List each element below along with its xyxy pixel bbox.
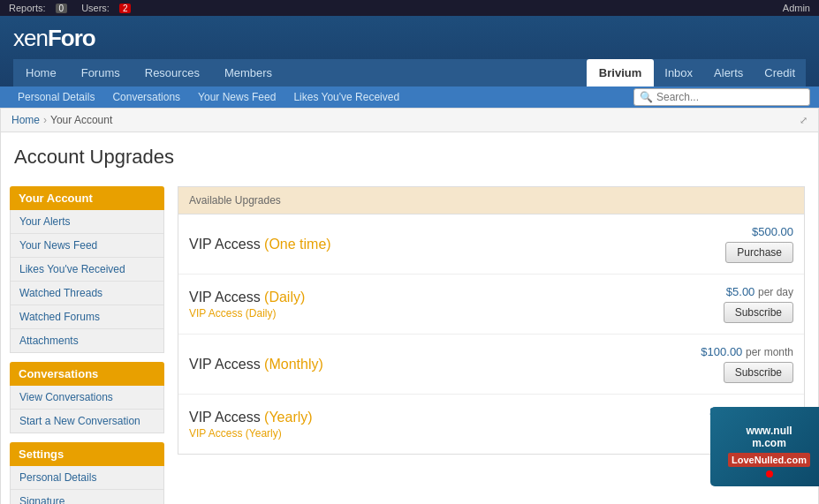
sub-nav-personal-details[interactable]: Personal Details <box>9 87 103 108</box>
upgrade-price-onetime: $500.00 <box>679 225 793 238</box>
search-input[interactable] <box>656 91 804 103</box>
upgrade-name-onetime: VIP Access (One time) <box>189 237 331 252</box>
watermark-corner: LoveNulled.com <box>728 453 810 467</box>
main-nav: Home Forums Resources Members Brivium In… <box>13 59 806 87</box>
subscribe-button-daily[interactable]: Subscribe <box>724 302 793 323</box>
sidebar-section-conversations: Conversations View Conversations Start a… <box>10 362 164 433</box>
sidebar-item-view-conversations[interactable]: View Conversations <box>11 386 163 410</box>
nav-brivium[interactable]: Brivium <box>587 59 654 87</box>
users-badge: 2 <box>119 4 132 13</box>
upgrade-left-yearly: VIP Access (Yearly) VIP Access (Yearly) <box>189 410 313 440</box>
sub-nav-left: Personal Details Conversations Your News… <box>9 87 408 108</box>
breadcrumb: Home › Your Account ⤢ <box>0 108 819 132</box>
watermark: www.null m.com LoveNulled.com <box>710 407 819 486</box>
page-wrapper: Account Upgrades Your Account Your Alert… <box>0 132 819 504</box>
watermark-dot <box>766 470 773 478</box>
upgrade-left-daily: VIP Access (Daily) VIP Access (Daily) <box>189 290 305 320</box>
watermark-text-1: www.null <box>728 425 810 437</box>
sidebar-item-personal-details[interactable]: Personal Details <box>11 466 163 490</box>
search-icon: 🔍 <box>640 91 653 103</box>
site-logo[interactable]: xenForo <box>13 25 95 59</box>
sidebar-item-alerts[interactable]: Your Alerts <box>11 210 163 234</box>
nav-resources[interactable]: Resources <box>133 59 212 87</box>
nav-alerts[interactable]: Alerts <box>703 59 754 87</box>
reports-badge: 0 <box>56 4 68 13</box>
site-header: xenForo Home Forums Resources Members Br… <box>0 16 819 87</box>
sidebar-item-signature[interactable]: Signature <box>11 490 163 504</box>
sidebar-nav-settings: Personal Details Signature <box>10 466 164 504</box>
reports-label: Reports: <box>9 3 46 13</box>
subscribe-button-monthly[interactable]: Subscribe <box>724 362 793 383</box>
watermark-text-2: m.com <box>728 437 810 449</box>
upgrade-row-onetime: VIP Access (One time) $500.00 Purchase <box>178 214 804 275</box>
sidebar-item-watched-forums[interactable]: Watched Forums <box>11 305 163 329</box>
upgrade-left-onetime: VIP Access (One time) <box>189 237 331 252</box>
users-label: Users: <box>81 3 110 13</box>
sub-nav: Personal Details Conversations Your News… <box>0 87 819 108</box>
upgrade-right-monthly: $100.00 per month Subscribe <box>679 345 793 383</box>
admin-bar: Reports: 0 Users: 2 Admin <box>0 0 819 16</box>
upgrade-price-monthly: $100.00 per month <box>679 345 793 358</box>
upgrade-name-yearly: VIP Access (Yearly) <box>189 410 313 425</box>
search-box[interactable]: 🔍 <box>633 88 810 106</box>
admin-bar-left: Reports: 0 Users: 2 <box>9 3 131 13</box>
sub-nav-news-feed[interactable]: Your News Feed <box>189 87 284 108</box>
upgrade-desc-daily: VIP Access (Daily) <box>189 307 305 320</box>
expand-icon[interactable]: ⤢ <box>800 115 808 126</box>
nav-members[interactable]: Members <box>212 59 284 87</box>
nav-forums[interactable]: Forums <box>69 59 133 87</box>
purchase-button-onetime[interactable]: Purchase <box>725 242 793 263</box>
sub-nav-likes[interactable]: Likes You've Received <box>284 87 408 108</box>
upgrade-right-daily: $5.00 per day Subscribe <box>679 285 793 323</box>
admin-label[interactable]: Admin <box>783 3 810 13</box>
upgrade-name-monthly: VIP Access (Monthly) <box>189 357 323 372</box>
upgrade-left-monthly: VIP Access (Monthly) <box>189 357 323 372</box>
breadcrumb-sep: › <box>43 114 47 126</box>
sidebar-section-conversations-header: Conversations <box>10 362 164 386</box>
nav-credit[interactable]: Credit <box>754 59 806 87</box>
sidebar-item-new-conversation[interactable]: Start a New Conversation <box>11 410 163 433</box>
page-title: Account Upgrades <box>14 146 805 169</box>
upgrade-row-monthly: VIP Access (Monthly) $100.00 per month S… <box>178 335 804 395</box>
sidebar-section-account: Your Account Your Alerts Your News Feed … <box>10 186 164 353</box>
sidebar-nav-account: Your Alerts Your News Feed Likes You've … <box>10 210 164 353</box>
sidebar-section-settings-header: Settings <box>10 442 164 466</box>
upgrade-right-onetime: $500.00 Purchase <box>679 225 793 263</box>
page-content: Your Account Your Alerts Your News Feed … <box>1 177 818 504</box>
main-nav-left: Home Forums Resources Members <box>13 59 284 87</box>
upgrade-desc-yearly: VIP Access (Yearly) <box>189 427 313 440</box>
sidebar-section-settings: Settings Personal Details Signature <box>10 442 164 504</box>
breadcrumb-current: Your Account <box>50 114 112 126</box>
sidebar-item-watched-threads[interactable]: Watched Threads <box>11 282 163 305</box>
sidebar-nav-conversations: View Conversations Start a New Conversat… <box>10 386 164 433</box>
sidebar-item-attachments[interactable]: Attachments <box>11 329 163 352</box>
upgrade-row-daily: VIP Access (Daily) VIP Access (Daily) $5… <box>178 275 804 335</box>
sidebar: Your Account Your Alerts Your News Feed … <box>1 177 164 504</box>
sidebar-item-newsfeed[interactable]: Your News Feed <box>11 234 163 258</box>
sidebar-item-likes[interactable]: Likes You've Received <box>11 258 163 282</box>
upgrade-name-daily: VIP Access (Daily) <box>189 290 305 305</box>
sub-nav-conversations[interactable]: Conversations <box>103 87 189 108</box>
upgrades-header: Available Upgrades <box>178 187 804 214</box>
sidebar-section-account-header: Your Account <box>10 186 164 210</box>
main-nav-right: Brivium Inbox Alerts Credit <box>587 59 806 87</box>
page-title-area: Account Upgrades <box>1 132 818 177</box>
breadcrumb-home[interactable]: Home <box>11 114 40 126</box>
nav-home[interactable]: Home <box>13 59 69 87</box>
breadcrumb-items: Home › Your Account <box>11 114 112 126</box>
nav-inbox[interactable]: Inbox <box>654 59 703 87</box>
upgrade-price-daily: $5.00 per day <box>679 285 793 298</box>
